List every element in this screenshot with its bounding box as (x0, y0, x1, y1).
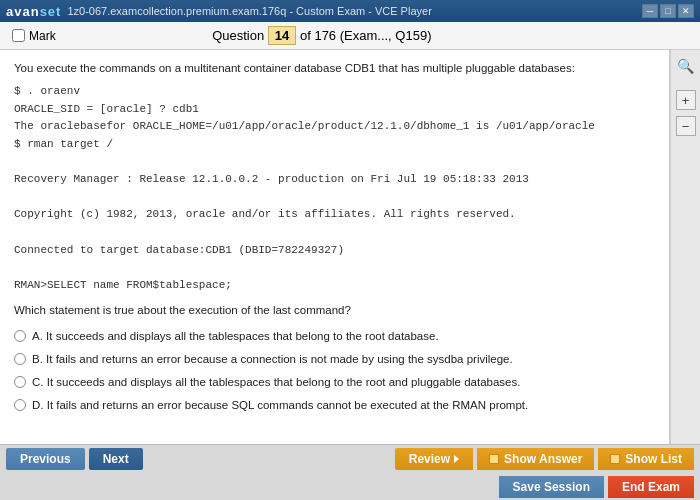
radio-a[interactable] (14, 330, 26, 342)
toolbar-row2: Save Session End Exam (0, 473, 700, 500)
mark-area[interactable]: Mark (12, 29, 56, 43)
question-info: Question 14 of 176 (Exam..., Q159) (212, 28, 431, 43)
option-b-text: B. It fails and returns an error because… (32, 351, 513, 368)
option-b[interactable]: B. It fails and returns an error because… (14, 351, 655, 368)
option-c-text: C. It succeeds and displays all the tabl… (32, 374, 520, 391)
next-button[interactable]: Next (89, 448, 143, 470)
code-line-4: $ rman target / (14, 136, 655, 154)
mark-label: Mark (29, 29, 56, 43)
close-button[interactable]: ✕ (678, 4, 694, 18)
radio-b[interactable] (14, 353, 26, 365)
radio-c[interactable] (14, 376, 26, 388)
end-exam-button[interactable]: End Exam (608, 476, 694, 498)
option-d-text: D. It fails and returns an error because… (32, 397, 528, 414)
show-list-button[interactable]: Show List (598, 448, 694, 470)
options-list: A. It succeeds and displays all the tabl… (14, 328, 655, 415)
window-title: 1z0-067.examcollection.premium.exam.176q… (67, 5, 431, 17)
option-a-text: A. It succeeds and displays all the tabl… (32, 328, 439, 345)
code-line-3: The oraclebasefor ORACLE_HOME=/u01/app/o… (14, 118, 655, 136)
question-number: 14 (268, 26, 296, 45)
show-answer-button[interactable]: Show Answer (477, 448, 594, 470)
code-line-6: Copyright (c) 1982, 2013, oracle and/or … (14, 206, 655, 224)
search-icon[interactable]: 🔍 (677, 58, 694, 74)
content-area: You execute the commands on a multitenan… (0, 50, 670, 444)
sidebar-right: 🔍 + − (670, 50, 700, 444)
toolbar-row1: Previous Next Review Show Answer Show Li… (0, 445, 700, 473)
save-session-button[interactable]: Save Session (499, 476, 604, 498)
window-controls: ─ □ ✕ (642, 4, 694, 18)
show-list-icon (610, 454, 620, 464)
zoom-out-button[interactable]: − (676, 116, 696, 136)
code-line-7: Connected to target database:CDB1 (DBID=… (14, 242, 655, 260)
question-label: Question (212, 28, 264, 43)
radio-d[interactable] (14, 399, 26, 411)
window-body: You execute the commands on a multitenan… (0, 50, 700, 444)
code-line-2: ORACLE_SID = [oracle] ? cdb1 (14, 101, 655, 119)
minimize-button[interactable]: ─ (642, 4, 658, 18)
code-line-8: RMAN>SELECT name FROM$tablespace; (14, 277, 655, 295)
question-text: Which statement is true about the execut… (14, 302, 655, 319)
intro-text: You execute the commands on a multitenan… (14, 60, 655, 77)
option-c[interactable]: C. It succeeds and displays all the tabl… (14, 374, 655, 391)
app-logo: avanset (6, 4, 61, 19)
title-bar: avanset 1z0-067.examcollection.premium.e… (0, 0, 700, 22)
review-label: Review (409, 452, 450, 466)
code-line-1: $ . oraenv (14, 83, 655, 101)
bottom-toolbar: Previous Next Review Show Answer Show Li… (0, 444, 700, 500)
mark-checkbox[interactable] (12, 29, 25, 42)
show-answer-label: Show Answer (504, 452, 582, 466)
code-line-5: Recovery Manager : Release 12.1.0.0.2 - … (14, 171, 655, 189)
maximize-button[interactable]: □ (660, 4, 676, 18)
previous-button[interactable]: Previous (6, 448, 85, 470)
show-answer-icon (489, 454, 499, 464)
option-a[interactable]: A. It succeeds and displays all the tabl… (14, 328, 655, 345)
option-d[interactable]: D. It fails and returns an error because… (14, 397, 655, 414)
review-arrow-icon (454, 455, 459, 463)
question-total: of 176 (Exam..., Q159) (300, 28, 432, 43)
question-header: Mark Question 14 of 176 (Exam..., Q159) (0, 22, 700, 50)
code-block: $ . oraenv ORACLE_SID = [oracle] ? cdb1 … (14, 83, 655, 294)
show-list-label: Show List (625, 452, 682, 466)
review-button[interactable]: Review (395, 448, 473, 470)
main-window: Mark Question 14 of 176 (Exam..., Q159) … (0, 22, 700, 500)
zoom-in-button[interactable]: + (676, 90, 696, 110)
